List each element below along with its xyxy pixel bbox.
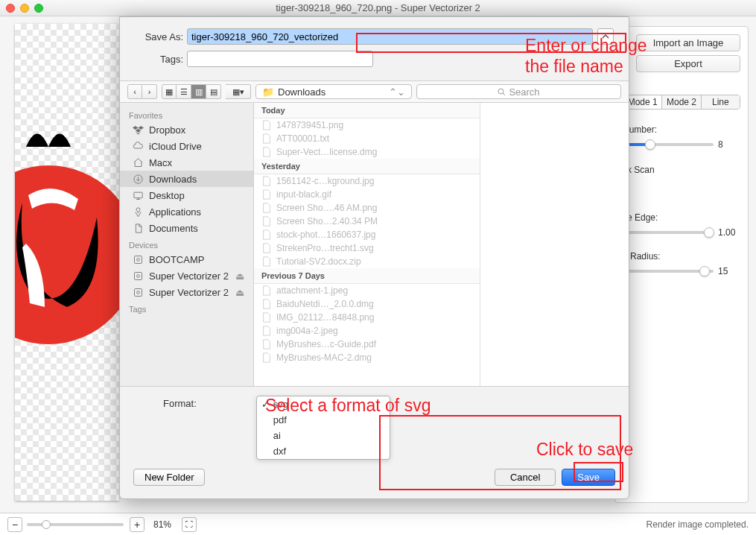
location-name: Downloads [278,86,325,98]
disk-icon [132,270,144,282]
eject-icon[interactable]: ⏏ [235,287,244,298]
view-coverflow[interactable]: ▤ [206,84,221,99]
file-icon [261,352,272,363]
mode-tabs: Mode 1 Mode 2 Line [623,95,740,110]
radius-slider[interactable] [623,270,714,273]
tags-input[interactable] [187,51,373,67]
radius-value: 15 [718,266,740,276]
file-item[interactable]: IMG_02112…84848.png [254,311,480,324]
close-window[interactable] [6,4,15,13]
zoom-window[interactable] [34,4,43,13]
save-button[interactable]: Save [562,469,615,486]
docs-icon [132,222,144,234]
zoom-value: 81% [153,519,171,530]
tab-line[interactable]: Line [702,95,740,109]
save-as-input[interactable] [187,28,593,45]
view-columns[interactable]: ▥ [191,84,206,99]
scan-checkbox-row[interactable]: ck Scan [623,165,740,175]
sidebar-item-desktop[interactable]: Desktop [120,187,253,203]
edge-slider[interactable] [623,231,714,234]
file-icon [261,256,272,267]
new-folder-button[interactable]: New Folder [133,469,205,486]
view-list[interactable]: ☰ [177,84,191,99]
file-item[interactable]: Screen Sho…2.40.34 PM [254,215,480,228]
file-item[interactable]: 1561142-c…kground.jpg [254,174,480,188]
format-dropdown[interactable]: svg pdf ai dxf [256,396,390,460]
file-item[interactable]: BaiduNetdi…_2.0.0.dmg [254,297,480,311]
vectorized-image [15,113,119,396]
format-option-pdf[interactable]: pdf [257,412,390,428]
file-item[interactable]: stock-phot…1660637.jpg [254,228,480,241]
group-by-button[interactable]: ▦▾ [226,84,251,99]
sidebar-item-macx[interactable]: Macx [120,154,253,171]
file-item[interactable]: input-black.gif [254,188,480,201]
file-item[interactable]: ATT00001.txt [254,132,480,145]
sidebar-item-applications[interactable]: Applications [120,203,253,220]
file-item[interactable]: attachment-1.jpeg [254,284,480,297]
sidebar-item-downloads[interactable]: Downloads [120,171,253,187]
import-button[interactable]: Import an Image [636,34,740,51]
svg-point-1 [498,89,504,94]
sidebar-item-super-vectorizer-2[interactable]: Super Vectorizer 2⏏ [120,268,253,284]
dropbox-icon [132,124,144,136]
home-icon [132,156,144,168]
sidebar-item-icloud-drive[interactable]: iCloud Drive [120,138,253,154]
radius-label: n Radius: [623,251,740,262]
format-option-ai[interactable]: ai [257,428,390,443]
minimize-window[interactable] [20,4,29,13]
file-icon [261,312,272,323]
cancel-button[interactable]: Cancel [495,469,556,486]
file-icon [261,120,272,130]
status-text: Render image completed. [647,519,749,530]
collapse-button[interactable] [597,28,614,45]
format-option-svg[interactable]: svg [257,396,390,412]
forward-button[interactable]: › [142,84,157,99]
file-item[interactable]: MyBrushes…c-Guide.pdf [254,338,480,351]
file-list[interactable]: Today1478739451.pngATT00001.txtSuper-Vec… [254,103,480,386]
file-item[interactable]: Super-Vect…license.dmg [254,145,480,159]
export-button[interactable]: Export [636,55,740,72]
file-item[interactable]: 1478739451.png [254,118,480,132]
zoom-in-button[interactable]: + [130,517,144,532]
format-option-dxf[interactable]: dxf [257,443,390,459]
browser-toolbar: ‹ › ▦ ☰ ▥ ▤ ▦▾ 📁 Downloads ⌃⌄ Search [120,80,629,103]
svg-point-6 [136,258,139,261]
sidebar-item-super-vectorizer-2[interactable]: Super Vectorizer 2⏏ [120,284,253,300]
color-number-slider[interactable] [623,143,714,146]
download-icon [132,173,144,185]
location-dropdown[interactable]: 📁 Downloads ⌃⌄ [255,84,412,99]
window-title: tiger-309218_960_720.png - Super Vectori… [276,2,480,13]
back-button[interactable]: ‹ [127,84,142,99]
disk-icon [132,286,144,298]
file-section-header: Previous 7 Days [254,268,480,284]
preview-pane [480,103,629,386]
file-section-header: Today [254,103,480,118]
file-item[interactable]: MyBrushes-MAC-2.dmg [254,351,480,364]
file-icon [261,176,272,186]
desktop-icon [132,189,144,201]
disk-icon [132,253,144,265]
tags-header: Tags [120,300,253,315]
file-item[interactable]: Screen Sho….46 AM.png [254,201,480,215]
search-input[interactable]: Search [416,84,621,99]
zoom-out-button[interactable]: − [7,517,22,532]
sidebar-item-bootcamp[interactable]: BOOTCAMP [120,251,253,268]
file-item[interactable]: img004a-2.jpeg [254,324,480,338]
eject-icon[interactable]: ⏏ [235,270,244,282]
cloud-icon [132,140,144,152]
apps-icon [132,206,144,218]
statusbar: − + 81% ⛶ Render image completed. [0,513,756,535]
file-item[interactable]: StrekenPro…trecht1.svg [254,241,480,255]
save-dialog: Save As: Tags: ‹ › ▦ ☰ ▥ ▤ ▦▾ 📁 Download… [119,16,629,499]
fit-button[interactable]: ⛶ [182,517,197,532]
svg-rect-5 [134,256,142,263]
titlebar: tiger-309218_960_720.png - Super Vectori… [0,0,756,16]
edge-value: 1.00 [718,227,740,238]
tags-label: Tags: [135,54,187,65]
view-icons[interactable]: ▦ [162,84,177,99]
tab-mode2[interactable]: Mode 2 [662,95,701,109]
file-item[interactable]: Tutorial-SV2.docx.zip [254,255,480,268]
sidebar-item-dropbox[interactable]: Dropbox [120,121,253,138]
zoom-slider[interactable] [27,523,124,526]
sidebar-item-documents[interactable]: Documents [120,220,253,236]
